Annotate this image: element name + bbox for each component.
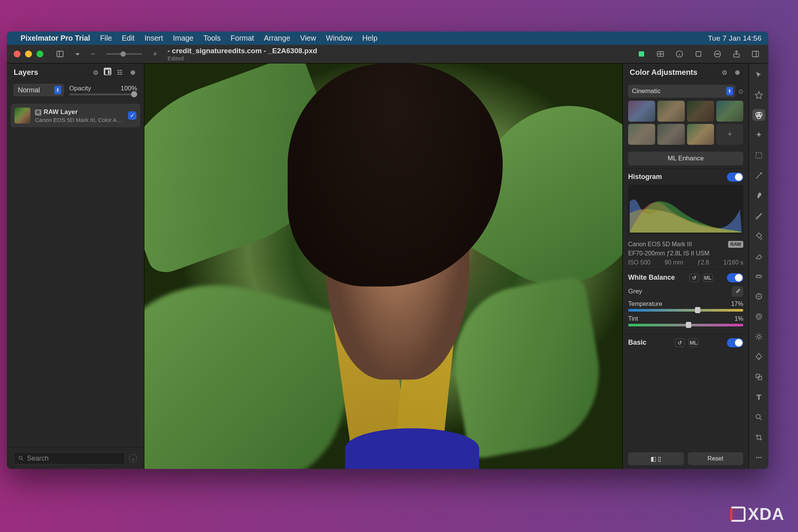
opacity-slider[interactable]: [69, 93, 137, 95]
minimize-window-button[interactable]: [25, 51, 32, 57]
layers-mask-icon[interactable]: ◧: [104, 68, 111, 75]
menu-edit[interactable]: Edit: [122, 34, 135, 43]
zoom-tool-icon[interactable]: [752, 412, 765, 423]
shape-tool-icon[interactable]: [752, 371, 765, 383]
basic-toggle[interactable]: [727, 338, 743, 347]
menu-help[interactable]: Help: [362, 34, 377, 43]
tint-slider[interactable]: [628, 324, 743, 326]
layers-stack-icon[interactable]: ☷: [115, 68, 124, 77]
document-title: - credit_signatureedits.com - _E2A6308.p…: [168, 47, 317, 55]
sidebar-toggle-button[interactable]: [54, 48, 66, 60]
layer-subtitle: Canon EOS 5D Mark III, Color A…: [35, 117, 124, 123]
brush-tool-icon[interactable]: [752, 210, 765, 222]
menu-file[interactable]: File: [100, 34, 112, 43]
preset-thumb[interactable]: [657, 101, 684, 122]
tint-value: 1%: [735, 315, 743, 322]
preset-group-value: Cinematic: [632, 87, 661, 95]
crop-export-icon[interactable]: [692, 48, 705, 60]
repair-tool-icon[interactable]: [752, 270, 765, 282]
share-icon[interactable]: [730, 48, 743, 60]
preset-thumb[interactable]: [628, 101, 655, 122]
layer-visibility-checkbox[interactable]: ✓: [128, 111, 136, 120]
svg-point-34: [756, 415, 760, 419]
menu-arrange[interactable]: Arrange: [264, 34, 290, 43]
preset-thumb[interactable]: [716, 101, 743, 122]
menu-format[interactable]: Format: [231, 34, 254, 43]
histogram-toggle[interactable]: [727, 173, 743, 182]
adjustments-options-icon[interactable]: ⊙: [720, 68, 729, 77]
preset-thumb[interactable]: [628, 124, 655, 145]
style-tool-icon[interactable]: [752, 89, 765, 101]
view-dropdown-button[interactable]: [71, 48, 84, 60]
exif-shutter: 1/160 s: [724, 259, 743, 266]
layers-search-input[interactable]: Search: [14, 452, 125, 464]
panel-toggle-icon[interactable]: [749, 48, 762, 60]
reset-basic-icon[interactable]: ↺: [675, 339, 685, 347]
svg-rect-11: [57, 51, 63, 57]
crop-tool-icon[interactable]: [752, 432, 765, 443]
ml-badge[interactable]: ML: [703, 274, 713, 282]
preset-thumb[interactable]: [657, 124, 684, 145]
text-tool-icon[interactable]: [752, 391, 765, 403]
layer-row[interactable]: RRAW Layer Canon EOS 5D Mark III, Color …: [11, 104, 140, 127]
eyedropper-button[interactable]: [732, 286, 743, 297]
zoom-in-button[interactable]: +: [153, 49, 158, 59]
reset-wb-icon[interactable]: ↺: [689, 274, 699, 282]
add-layer-icon[interactable]: ⊕: [128, 68, 137, 77]
eraser-tool-icon[interactable]: [752, 250, 765, 262]
marquee-tool-icon[interactable]: [752, 149, 765, 161]
more-options-icon[interactable]: [711, 48, 724, 60]
fullscreen-window-button[interactable]: [36, 51, 43, 57]
histogram-label: Histogram: [628, 173, 662, 181]
canvas[interactable]: [144, 63, 622, 469]
menu-view[interactable]: View: [300, 34, 316, 43]
preset-more-icon[interactable]: ⊙: [738, 88, 743, 95]
effects-tool-icon[interactable]: [752, 129, 765, 141]
compare-split-button[interactable]: ◧ ▯: [628, 452, 684, 465]
paint-tool-icon[interactable]: [752, 190, 765, 201]
ml-badge[interactable]: ML: [689, 339, 698, 347]
filter-icon[interactable]: ⌄: [129, 454, 137, 462]
chevron-updown-icon: ▲▼: [726, 87, 733, 95]
ml-enhance-button[interactable]: ML Enhance: [628, 152, 743, 165]
menubar-app-name[interactable]: Pixelmator Pro Trial: [21, 34, 90, 43]
menu-window[interactable]: Window: [326, 34, 352, 43]
preset-group-select[interactable]: Cinematic ▲▼: [628, 85, 735, 98]
color-tag-button[interactable]: [635, 48, 648, 60]
temperature-label: Temperature: [628, 301, 662, 307]
blend-mode-value: Normal: [18, 86, 40, 94]
compare-icon[interactable]: [654, 48, 667, 60]
preset-thumb[interactable]: [687, 124, 714, 145]
warp-tool-icon[interactable]: [752, 311, 765, 323]
clone-tool-icon[interactable]: [752, 291, 765, 302]
white-balance-toggle[interactable]: [727, 273, 743, 282]
xda-logo-icon: [730, 507, 746, 522]
exif-aperture: ƒ2.8: [697, 259, 709, 266]
fill-tool-icon[interactable]: [752, 230, 765, 242]
menu-image[interactable]: Image: [173, 34, 193, 43]
blend-mode-select[interactable]: Normal ▲▼: [14, 84, 64, 96]
raw-badge-icon: R: [35, 109, 41, 116]
reset-button[interactable]: Reset: [688, 452, 744, 465]
close-window-button[interactable]: [14, 51, 21, 57]
svg-point-29: [756, 314, 762, 320]
menu-insert[interactable]: Insert: [144, 34, 163, 43]
zoom-slider[interactable]: [106, 53, 142, 55]
layers-options-icon[interactable]: ⊙: [91, 68, 100, 77]
info-icon[interactable]: [673, 48, 686, 60]
svg-point-36: [758, 457, 760, 459]
magic-select-tool-icon[interactable]: [752, 169, 765, 181]
more-tools-icon[interactable]: [752, 452, 765, 464]
add-preset-button[interactable]: +: [716, 124, 743, 145]
temperature-slider[interactable]: [628, 309, 743, 312]
menubar-datetime[interactable]: Tue 7 Jan 14:56: [708, 34, 762, 43]
color-adjust-tool-icon[interactable]: [752, 109, 765, 121]
preset-thumb[interactable]: [687, 101, 714, 122]
menu-tools[interactable]: Tools: [203, 34, 221, 43]
lighten-tool-icon[interactable]: [752, 331, 765, 343]
arrow-tool-icon[interactable]: [752, 69, 765, 81]
pen-tool-icon[interactable]: [752, 351, 765, 363]
menubar-status: Tue 7 Jan 14:56: [658, 34, 762, 43]
add-adjustment-icon[interactable]: ⊕: [733, 68, 742, 77]
zoom-out-button[interactable]: −: [90, 49, 95, 59]
